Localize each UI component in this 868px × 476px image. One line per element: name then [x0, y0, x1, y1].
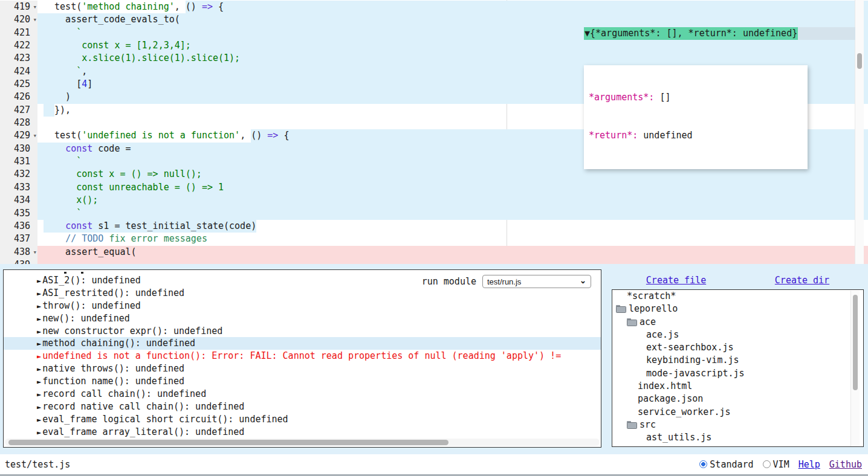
- code-line-text[interactable]: [37, 259, 868, 264]
- test-result-text: throw(): undefined: [42, 300, 141, 311]
- editor-vertical-scrollbar[interactable]: [855, 0, 864, 264]
- inspector-row[interactable]: *arguments*: []: [589, 91, 804, 104]
- fold-toggle-icon[interactable]: ▾: [33, 1, 37, 13]
- github-link[interactable]: Github: [829, 459, 862, 470]
- gutter-line-number[interactable]: 420▾: [0, 13, 37, 26]
- tree-file-item[interactable]: mode-javascript.js: [612, 367, 863, 380]
- create-file-link[interactable]: Create file: [646, 275, 706, 286]
- tree-file-item[interactable]: ast_utils.js: [612, 431, 863, 444]
- results-horizontal-scrollbar[interactable]: [5, 439, 600, 446]
- tree-vertical-scrollbar[interactable]: [850, 291, 860, 446]
- expand-triangle-icon[interactable]: ►: [37, 390, 41, 399]
- code-line[interactable]: 439: [0, 259, 868, 264]
- test-results-panel[interactable]: ►ASI_2(): undefined►ASI_restrited(): und…: [3, 269, 601, 448]
- code-line[interactable]: 436 const s1 = test_initial_state(code): [0, 220, 868, 233]
- test-result-row[interactable]: ►undefined is not a function(): Error: F…: [4, 350, 601, 362]
- status-bar: test/test.js Standard VIM Help Github: [0, 454, 868, 476]
- test-result-row[interactable]: ►native throws(): undefined: [4, 362, 601, 375]
- tree-file-item[interactable]: *scratch*: [612, 290, 863, 303]
- value-inspector-tooltip[interactable]: ▼{*arguments*: [], *return*: undefined} …: [584, 2, 855, 195]
- code-token: assert_code_evals_to(: [44, 13, 180, 26]
- file-tree-list: *scratch*leporelloaceace.jsext-searchbox…: [612, 290, 863, 445]
- test-result-row[interactable]: ►record call chain(): undefined: [4, 388, 601, 400]
- scrollbar-thumb[interactable]: [853, 295, 858, 390]
- code-line[interactable]: 437 // TODO fix error messages: [0, 233, 868, 245]
- expand-triangle-icon[interactable]: ►: [37, 403, 41, 411]
- expand-triangle-icon[interactable]: ►: [37, 352, 41, 361]
- fold-toggle-icon[interactable]: ▾: [33, 13, 37, 26]
- expand-triangle-icon[interactable]: ►: [37, 327, 41, 336]
- test-result-row[interactable]: ►eval_frame logical short circuit(): und…: [4, 413, 601, 426]
- test-result-row[interactable]: ►throw(): undefined: [4, 300, 601, 312]
- test-result-row[interactable]: ►method chaining(): undefined: [4, 337, 601, 350]
- tree-file-item[interactable]: ace.js: [612, 329, 863, 341]
- folder-icon: [616, 305, 626, 313]
- code-token: ,: [240, 129, 251, 142]
- test-result-row[interactable]: ►ASI_restrited(): undefined: [4, 287, 601, 300]
- gutter-line-number[interactable]: 419▾: [0, 1, 37, 13]
- expand-triangle-icon[interactable]: ►: [37, 277, 41, 285]
- test-result-text: record call chain(): undefined: [42, 388, 206, 399]
- test-result-row[interactable]: ►new constructor expr(): undefined: [4, 325, 601, 338]
- inspector-header-fill: [798, 27, 855, 40]
- code-editor[interactable]: 419▾ test('method chaining', () => {420▾…: [0, 0, 868, 264]
- tree-file-item[interactable]: service_worker.js: [612, 406, 863, 419]
- expand-triangle-icon[interactable]: ►: [37, 378, 41, 386]
- inspector-row[interactable]: *return*: undefined: [589, 129, 804, 142]
- help-link[interactable]: Help: [798, 459, 820, 470]
- code-line[interactable]: 435 `: [0, 207, 868, 220]
- test-result-row[interactable]: ►new(): undefined: [4, 312, 601, 325]
- inspector-header-row[interactable]: ▼{*arguments*: [], *return*: undefined}: [584, 27, 855, 40]
- code-line-text[interactable]: // TODO fix error messages: [37, 233, 868, 245]
- expand-triangle-icon[interactable]: ►: [37, 289, 41, 298]
- test-result-row[interactable]: ►eval_frame array_literal(): undefined: [4, 426, 601, 439]
- keybinding-vim-radio[interactable]: VIM: [763, 459, 789, 470]
- code-line-text[interactable]: `: [37, 207, 868, 220]
- expand-triangle-icon[interactable]: ►: [37, 315, 41, 323]
- code-token: (): [251, 129, 267, 142]
- expand-triangle-icon[interactable]: ►: [37, 416, 41, 424]
- file-tree-header: Create file Create dir: [612, 272, 864, 289]
- code-line-text[interactable]: x();: [37, 194, 868, 207]
- code-line[interactable]: 434 x();: [0, 194, 868, 207]
- current-file-path: test/test.js: [5, 459, 70, 470]
- test-result-row[interactable]: ►function name(): undefined: [4, 375, 601, 388]
- tree-file-item[interactable]: keybinding-vim.js: [612, 354, 863, 367]
- radio-unselected-icon[interactable]: [763, 460, 771, 468]
- code-token: ,: [82, 65, 87, 78]
- code-token: x.slice(1).slice(1).slice(1);: [44, 52, 240, 65]
- file-tree-panel[interactable]: *scratch*leporelloaceace.jsext-searchbox…: [612, 289, 864, 447]
- expand-triangle-icon[interactable]: ►: [37, 428, 41, 437]
- test-result-list: ►ASI_2(): undefined►ASI_restrited(): und…: [4, 270, 601, 439]
- expand-triangle-icon[interactable]: ►: [37, 339, 41, 348]
- create-dir-link[interactable]: Create dir: [775, 275, 829, 286]
- radio-selected-icon[interactable]: [699, 460, 707, 468]
- code-line-text[interactable]: assert_equal(: [37, 246, 868, 259]
- tree-folder-item[interactable]: src: [612, 419, 863, 431]
- tree-folder-item[interactable]: ace: [612, 316, 863, 329]
- code-line-text[interactable]: const s1 = test_initial_state(code): [37, 220, 868, 233]
- tree-file-item[interactable]: index.html: [612, 380, 863, 393]
- tree-folder-item[interactable]: leporello: [612, 303, 863, 315]
- code-line[interactable]: 438▾ assert_equal(: [0, 246, 868, 259]
- expand-triangle-icon[interactable]: ►: [37, 302, 41, 310]
- collapse-triangle-icon[interactable]: ▼: [585, 28, 590, 39]
- gutter-line-number: 433: [0, 181, 37, 194]
- gutter-line-number[interactable]: 429▾: [0, 129, 37, 142]
- scrollbar-thumb[interactable]: [857, 53, 862, 69]
- run-module-select[interactable]: test/run.js ⌄: [482, 275, 591, 288]
- code-token: s1 = test_initial_state(code): [92, 220, 256, 233]
- keybinding-standard-radio[interactable]: Standard: [699, 459, 753, 470]
- scrollbar-thumb[interactable]: [8, 440, 449, 445]
- code-token: const: [65, 220, 92, 233]
- tree-file-item[interactable]: ext-searchbox.js: [612, 341, 863, 354]
- tree-item-label: ace.js: [646, 329, 679, 341]
- fold-toggle-icon[interactable]: ▾: [33, 246, 37, 259]
- expand-triangle-icon[interactable]: ►: [37, 365, 41, 373]
- fold-toggle-icon[interactable]: ▾: [33, 129, 37, 142]
- test-result-text: new(): undefined: [42, 313, 130, 324]
- tree-file-item[interactable]: package.json: [612, 393, 863, 405]
- gutter-line-number[interactable]: 438▾: [0, 246, 37, 259]
- chevron-down-icon: ⌄: [580, 276, 586, 285]
- test-result-row[interactable]: ►record native call chain(): undefined: [4, 400, 601, 413]
